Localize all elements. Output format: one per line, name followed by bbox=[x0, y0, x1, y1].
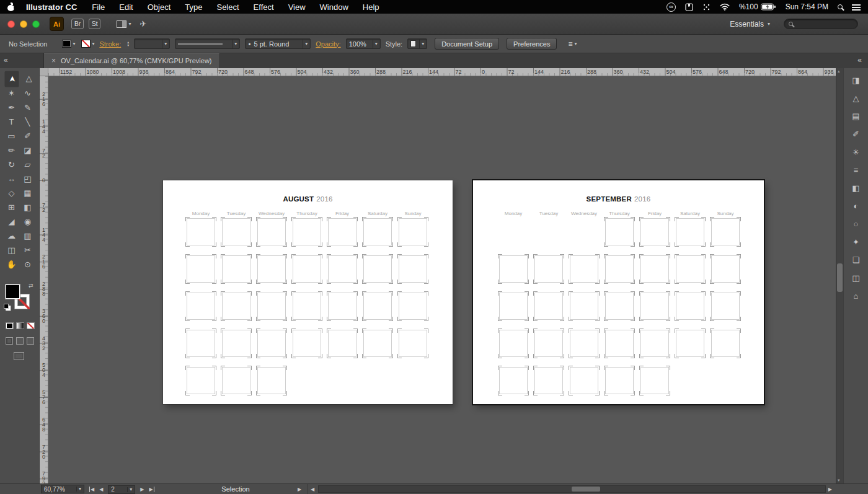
eyedropper-tool[interactable]: ◢ bbox=[4, 214, 20, 229]
artboards-panel-icon[interactable]: ◫ bbox=[844, 269, 868, 287]
menu-help[interactable]: Help bbox=[363, 2, 379, 12]
apple-menu-icon[interactable] bbox=[7, 2, 16, 11]
document-tab[interactable]: × OV_Calendar.ai @ 60,77% (CMYK/GPU Prev… bbox=[43, 53, 220, 68]
perspective-grid-tool[interactable]: ▦ bbox=[20, 186, 36, 200]
menu-object[interactable]: Object bbox=[148, 2, 171, 12]
gradient-button[interactable] bbox=[16, 322, 24, 329]
layers-panel-icon[interactable]: ❏ bbox=[844, 251, 868, 269]
draw-inside-button[interactable] bbox=[27, 337, 34, 345]
rotate-tool[interactable]: ↻ bbox=[4, 157, 20, 172]
stroke-color-control[interactable]: ▾ bbox=[81, 40, 94, 48]
arrange-documents-control[interactable]: ▾ bbox=[117, 20, 131, 28]
next-artboard-button[interactable]: ▶ bbox=[140, 487, 144, 492]
collapse-tools-icon[interactable]: « bbox=[4, 56, 8, 64]
opacity-panel-link[interactable]: Opacity: bbox=[316, 40, 340, 48]
stroke-panel-icon[interactable]: ≡ bbox=[844, 161, 868, 179]
width-tool[interactable]: ↔ bbox=[4, 172, 20, 186]
bridge-button[interactable]: Br bbox=[71, 19, 84, 29]
search-input[interactable] bbox=[784, 19, 858, 29]
menu-file[interactable]: File bbox=[92, 2, 105, 12]
dots-grid-icon[interactable] bbox=[702, 3, 711, 11]
vertical-scrollbar[interactable]: ▴ ▾ bbox=[836, 68, 843, 483]
pencil-tool[interactable]: ✏ bbox=[4, 143, 20, 157]
screen-mode-button[interactable] bbox=[14, 352, 24, 360]
menu-effect[interactable]: Effect bbox=[254, 2, 274, 12]
fill-color-indicator[interactable] bbox=[5, 284, 20, 299]
align-options-control[interactable]: ≡ ▾ bbox=[568, 40, 577, 48]
brush-definition-combo[interactable]: ● 5 pt. Round ▾ bbox=[245, 38, 311, 49]
draw-normal-button[interactable] bbox=[6, 337, 13, 345]
mesh-tool[interactable]: ⊞ bbox=[4, 200, 20, 214]
artboard-august[interactable]: AUGUST2016MondayTuesdayWednesdayThursday… bbox=[163, 180, 453, 404]
scroll-right-icon[interactable]: ▶ bbox=[828, 487, 832, 492]
vertical-scrollbar-thumb[interactable] bbox=[837, 263, 843, 292]
color-guide-panel-icon[interactable]: △ bbox=[844, 89, 868, 107]
slice-tool[interactable]: ✂ bbox=[20, 243, 36, 257]
libraries-panel-icon[interactable]: ⌂ bbox=[844, 287, 868, 305]
workspace-switcher[interactable]: Essentials ▾ bbox=[730, 20, 770, 29]
menu-edit[interactable]: Edit bbox=[119, 2, 133, 12]
document-setup-button[interactable]: Document Setup bbox=[435, 38, 499, 50]
stroke-weight-combo[interactable]: ▾ bbox=[134, 38, 170, 49]
symbol-sprayer-tool[interactable]: ☁ bbox=[4, 229, 20, 243]
menubar-clock[interactable]: Sun 7:54 PM bbox=[786, 2, 828, 11]
zoom-level-combo[interactable]: 60,77% ▾ bbox=[41, 485, 84, 493]
status-display[interactable]: Selection bbox=[186, 485, 285, 493]
wifi-icon[interactable] bbox=[720, 3, 730, 11]
artboard-number-combo[interactable]: 2 ▾ bbox=[108, 485, 135, 494]
close-tab-icon[interactable]: × bbox=[51, 56, 56, 65]
opacity-combo[interactable]: 100% ▾ bbox=[346, 38, 381, 49]
menu-list-icon[interactable] bbox=[852, 4, 861, 10]
horizontal-scrollbar-thumb[interactable] bbox=[572, 487, 600, 492]
spotlight-search-icon[interactable] bbox=[838, 2, 843, 11]
scroll-left-icon[interactable]: ◀ bbox=[311, 487, 314, 492]
transparency-panel-icon[interactable]: ◐ bbox=[844, 197, 868, 215]
pen-tool[interactable]: ✒ bbox=[4, 100, 20, 115]
brushes-panel-icon[interactable]: ✐ bbox=[844, 125, 868, 143]
lasso-tool[interactable]: ∿ bbox=[20, 86, 36, 100]
hand-tool[interactable]: ✋ bbox=[4, 257, 20, 271]
free-transform-tool[interactable]: ◰ bbox=[20, 172, 36, 186]
zoom-tool[interactable]: ⊙ bbox=[20, 257, 36, 271]
menu-window[interactable]: Window bbox=[320, 2, 348, 12]
app-menu-title[interactable]: Illustrator CC bbox=[26, 2, 77, 12]
last-artboard-button[interactable]: ▶ bbox=[149, 487, 154, 492]
direct-selection-tool[interactable]: ▷ bbox=[20, 71, 35, 87]
horizontal-ruler[interactable]: 1152108010089368647927206485765044323602… bbox=[48, 68, 836, 76]
gradient-panel-icon[interactable]: ◧ bbox=[844, 179, 868, 197]
appearance-panel-icon[interactable]: ○ bbox=[844, 215, 868, 233]
stroke-weight-stepper[interactable]: ▴ ▾ bbox=[127, 41, 129, 47]
symbols-panel-icon[interactable]: ✳ bbox=[844, 143, 868, 161]
paintbrush-tool[interactable]: ✐ bbox=[20, 129, 36, 143]
menu-select[interactable]: Select bbox=[216, 2, 239, 12]
magic-wand-tool[interactable]: ✶ bbox=[4, 86, 20, 100]
zoom-window-button[interactable] bbox=[32, 20, 40, 28]
none-button[interactable] bbox=[27, 322, 35, 329]
preferences-button[interactable]: Preferences bbox=[507, 38, 557, 50]
first-artboard-button[interactable]: ◀ bbox=[89, 487, 94, 492]
eraser-tool[interactable]: ◪ bbox=[20, 143, 36, 157]
color-panel-icon[interactable]: ◨ bbox=[844, 71, 868, 89]
menu-type[interactable]: Type bbox=[185, 2, 202, 12]
minimize-window-button[interactable] bbox=[20, 20, 27, 28]
prev-artboard-button[interactable]: ◀ bbox=[99, 487, 103, 492]
type-tool[interactable]: T bbox=[4, 115, 20, 129]
canvas[interactable]: AUGUST2016MondayTuesdayWednesdayThursday… bbox=[48, 76, 836, 483]
draw-behind-button[interactable] bbox=[16, 337, 24, 345]
stroke-panel-link[interactable]: Stroke: bbox=[99, 40, 121, 48]
stock-button[interactable]: St bbox=[89, 19, 100, 29]
creative-cloud-icon[interactable]: ∞ bbox=[666, 2, 676, 12]
graphic-styles-panel-icon[interactable]: ✦ bbox=[844, 233, 868, 251]
scroll-down-icon[interactable]: ▾ bbox=[838, 478, 840, 483]
battery-indicator[interactable]: %100 bbox=[739, 2, 776, 11]
fill-color-control[interactable]: ▾ bbox=[62, 40, 75, 48]
collapse-panels-icon[interactable]: « bbox=[857, 56, 862, 64]
artboard-september[interactable]: SEPTEMBER2016MondayTuesdayWednesdayThurs… bbox=[473, 180, 764, 404]
scale-tool[interactable]: ▱ bbox=[20, 157, 36, 172]
shape-builder-tool[interactable]: ◇ bbox=[4, 186, 20, 200]
adobe-app-icon[interactable] bbox=[685, 3, 693, 11]
close-window-button[interactable] bbox=[7, 20, 15, 28]
swap-fill-stroke-icon[interactable]: ⇄ bbox=[29, 283, 33, 289]
rectangle-tool[interactable]: ▭ bbox=[4, 129, 20, 143]
selection-tool[interactable]: ➤ bbox=[4, 71, 19, 87]
